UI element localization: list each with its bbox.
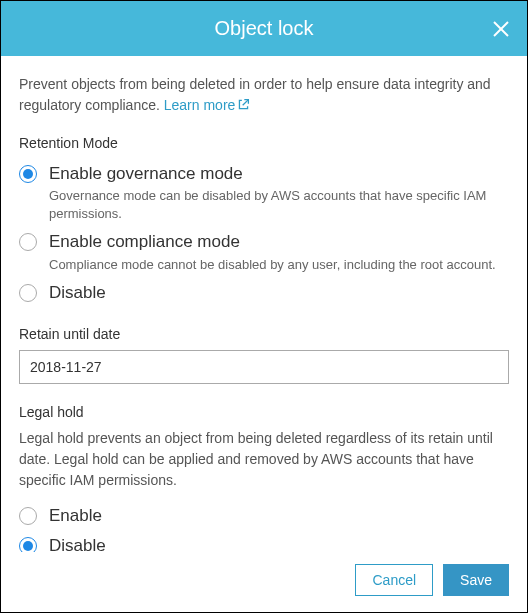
radio-label: Disable [49, 282, 509, 304]
intro-description: Prevent objects from being deleted in or… [19, 76, 491, 113]
dialog-content: Prevent objects from being deleted in or… [1, 56, 527, 552]
intro-text: Prevent objects from being deleted in or… [19, 74, 509, 117]
radio-description: Compliance mode cannot be disabled by an… [49, 256, 509, 274]
retain-until-input[interactable] [19, 350, 509, 384]
legal-hold-label: Legal hold [19, 404, 509, 420]
cancel-button[interactable]: Cancel [355, 564, 433, 596]
legal-hold-description: Legal hold prevents an object from being… [19, 428, 509, 491]
retention-governance-option[interactable]: Enable governance mode Governance mode c… [19, 159, 509, 227]
retain-until-label: Retain until date [19, 326, 509, 342]
retention-compliance-option[interactable]: Enable compliance mode Compliance mode c… [19, 227, 509, 277]
dialog-header: Object lock [1, 1, 527, 56]
dialog-title: Object lock [215, 17, 314, 40]
radio-icon [19, 165, 37, 183]
radio-label: Enable [49, 505, 509, 527]
radio-label: Enable governance mode [49, 163, 509, 185]
legal-hold-enable-option[interactable]: Enable [19, 501, 509, 531]
retention-disable-option[interactable]: Disable [19, 278, 509, 308]
save-button[interactable]: Save [443, 564, 509, 596]
radio-icon [19, 537, 37, 552]
external-link-icon [237, 96, 250, 117]
radio-icon [19, 284, 37, 302]
radio-icon [19, 233, 37, 251]
learn-more-link[interactable]: Learn more [164, 97, 251, 113]
retention-mode-label: Retention Mode [19, 135, 509, 151]
legal-hold-group: Enable Disable [19, 501, 509, 552]
close-button[interactable] [489, 17, 513, 41]
legal-hold-disable-option[interactable]: Disable [19, 531, 509, 552]
close-icon [491, 19, 511, 39]
radio-icon [19, 507, 37, 525]
retention-mode-group: Enable governance mode Governance mode c… [19, 159, 509, 308]
radio-description: Governance mode can be disabled by AWS a… [49, 187, 509, 223]
dialog-footer: Cancel Save [1, 552, 527, 612]
radio-label: Disable [49, 535, 509, 552]
radio-label: Enable compliance mode [49, 231, 509, 253]
